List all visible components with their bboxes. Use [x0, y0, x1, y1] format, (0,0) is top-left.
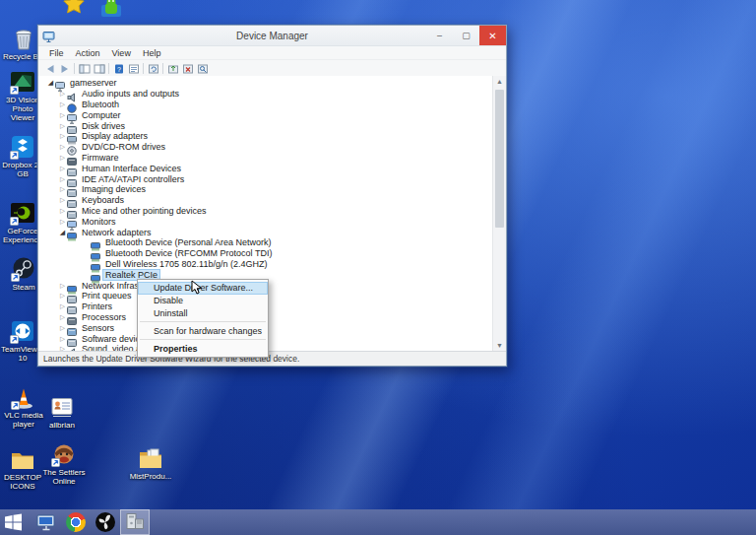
console-tree-icon[interactable]: [77, 62, 92, 75]
tree-item-label: IDE ATA/ATAPI controllers: [80, 174, 186, 184]
scan-hardware-icon[interactable]: [195, 62, 210, 75]
tree-item-dell-wireless-1705-802-11b-g-n-2-4ghz[interactable]: Dell Wireless 1705 802.11b/g/n (2.4GHZ): [38, 259, 493, 270]
scrollbar-thumb[interactable]: [495, 90, 504, 228]
fan-app[interactable]: [91, 509, 120, 535]
forward-icon[interactable]: [57, 62, 72, 75]
tree-item-bluetooth-device-rfcomm-protocol-tdi[interactable]: Bluetooth Device (RFCOMM Protocol TDI): [38, 248, 493, 259]
context-menu-item-update-driver-software[interactable]: Update Driver Software...: [138, 282, 268, 295]
device-manager-window: Device Manager –▢✕ FileActionViewHelp ? …: [37, 25, 507, 367]
tree-item-keyboards[interactable]: ▷Keyboards: [38, 195, 493, 206]
expander-closed-icon[interactable]: ▷: [58, 313, 67, 321]
tree-item-label: Audio inputs and outputs: [80, 89, 181, 99]
desktop-icon-settlers[interactable]: The Settlers Online: [41, 441, 87, 486]
tree-item-bluetooth-device-personal-area-network[interactable]: Bluetooth Device (Personal Area Network): [38, 237, 493, 248]
expander-closed-icon[interactable]: ▷: [58, 335, 67, 343]
chrome[interactable]: [61, 509, 91, 535]
expander-closed-icon[interactable]: ▷: [58, 165, 67, 172]
tree-item-ide-ata-atapi-controllers[interactable]: ▷IDE ATA/ATAPI controllers: [38, 173, 493, 184]
tree-item-display-adapters[interactable]: ▷Display adapters: [38, 131, 493, 142]
desktop-icon-desktop-icons-folder[interactable]: DESKTOP ICONS: [0, 446, 45, 491]
mouse-cursor: [191, 280, 203, 300]
tree-item-firmware[interactable]: ▷Firmware: [38, 153, 493, 164]
bluetooth-device-icon: [67, 100, 77, 109]
tree-item-bluetooth[interactable]: ▷Bluetooth: [38, 100, 493, 110]
context-menu-item-disable[interactable]: Disable: [138, 295, 268, 307]
expander-closed-icon[interactable]: ▷: [58, 185, 67, 193]
device-tree: ◢gameserver▷Audio inputs and outputs▷Blu…: [38, 76, 506, 352]
maximize-button[interactable]: ▢: [453, 26, 479, 45]
tree-item-monitors[interactable]: ▷Monitors: [38, 216, 493, 227]
minimize-button[interactable]: –: [426, 26, 453, 45]
tree-item-label: Print queues: [80, 291, 134, 301]
update-driver-icon[interactable]: [165, 62, 180, 75]
tree-item-mice-and-other-pointing-devices[interactable]: ▷Mice and other pointing devices: [38, 206, 493, 217]
tree-item-imaging-devices[interactable]: ▷Imaging devices: [38, 184, 493, 195]
tree-item-label: Network adapters: [80, 228, 154, 237]
expander-closed-icon[interactable]: ▷: [58, 175, 67, 183]
expander-closed-icon[interactable]: ▷: [58, 282, 67, 290]
tree-item-dvd-cd-rom-drives[interactable]: ▷DVD/CD-ROM drives: [38, 142, 493, 153]
expander-closed-icon[interactable]: ▷: [58, 100, 67, 108]
star-icon: [61, 0, 87, 18]
steam-icon: [11, 256, 36, 282]
menu-help[interactable]: Help: [137, 48, 167, 58]
network-adapter-device-icon: [91, 248, 100, 258]
back-icon[interactable]: [42, 62, 57, 75]
expander-closed-icon[interactable]: ▷: [58, 154, 67, 162]
properties-icon[interactable]: [126, 62, 141, 75]
action-pane-icon[interactable]: [92, 62, 106, 75]
tree-item-audio-inputs-and-outputs[interactable]: ▷Audio inputs and outputs: [38, 89, 493, 100]
expander-closed-icon[interactable]: ▷: [58, 122, 67, 130]
desktop-icon-mistprodu-folder[interactable]: MistProdu...: [128, 445, 173, 481]
context-menu-item-uninstall[interactable]: Uninstall: [138, 307, 268, 320]
refresh-icon[interactable]: [146, 62, 160, 75]
expander-closed-icon[interactable]: ▷: [58, 324, 67, 332]
device-manager[interactable]: [120, 509, 150, 535]
expander-closed-icon[interactable]: ▷: [58, 302, 67, 310]
vertical-scrollbar[interactable]: ▲ ▼: [492, 76, 506, 352]
chrome-icon: [66, 512, 86, 532]
desktop: Recycle Bin3D Vision Photo ViewerDropbox…: [0, 0, 756, 535]
context-menu-item-properties[interactable]: Properties: [138, 342, 268, 355]
tree-item-disk-drives[interactable]: ▷Disk drives: [38, 120, 493, 131]
audio-device-icon: [67, 89, 77, 99]
desktop-icon-green-top[interactable]: [89, 0, 134, 20]
expander-closed-icon[interactable]: ▷: [58, 207, 67, 215]
close-button[interactable]: ✕: [479, 26, 506, 45]
dvd-device-icon: [67, 142, 77, 152]
green-app-icon: [98, 0, 124, 20]
expander-open-icon[interactable]: ◢: [46, 79, 55, 87]
help-icon[interactable]: ?: [111, 62, 126, 75]
expander-closed-icon[interactable]: ▷: [58, 292, 67, 300]
expander-closed-icon[interactable]: ▷: [58, 90, 67, 98]
tree-item-network-adapters[interactable]: ◢Network adapters: [38, 227, 493, 237]
menu-file[interactable]: File: [43, 48, 70, 58]
menu-view[interactable]: View: [106, 48, 137, 58]
expander-closed-icon[interactable]: ▷: [58, 218, 67, 226]
desktop-icon-label: DESKTOP ICONS: [0, 473, 45, 491]
title-bar[interactable]: Device Manager –▢✕: [38, 26, 506, 46]
teamviewer-icon: [10, 318, 35, 344]
desktop-icon-label: Steam: [12, 283, 34, 292]
context-menu-item-scan-for-hardware-changes[interactable]: Scan for hardware changes: [138, 324, 268, 337]
expander-open-icon[interactable]: ◢: [58, 229, 67, 236]
menu-action[interactable]: Action: [70, 48, 106, 58]
expander-closed-icon[interactable]: ▷: [58, 143, 67, 151]
expander-closed-icon[interactable]: ▷: [58, 196, 67, 204]
desktop-icon-allbrian[interactable]: allbrian: [39, 394, 85, 430]
start-button[interactable]: [0, 509, 26, 535]
tree-item-label: Network Infrast: [80, 281, 144, 291]
network-device-icon: [67, 228, 77, 237]
taskbar: [0, 509, 756, 535]
tree-item-human-interface-devices[interactable]: ▷Human Interface Devices: [38, 163, 493, 173]
expander-closed-icon[interactable]: ▷: [58, 132, 67, 140]
hid-device-icon: [67, 164, 77, 173]
tree-item-gameserver[interactable]: ◢gameserver: [38, 78, 493, 89]
file-explorer[interactable]: [32, 509, 61, 535]
firmware-device-icon: [67, 153, 77, 163]
settlers-icon: [51, 441, 77, 467]
tree-item-computer[interactable]: ▷Computer: [38, 109, 493, 120]
expander-closed-icon[interactable]: ▷: [58, 111, 67, 119]
scroll-up-icon[interactable]: ▲: [493, 76, 506, 88]
uninstall-icon[interactable]: [180, 62, 195, 75]
